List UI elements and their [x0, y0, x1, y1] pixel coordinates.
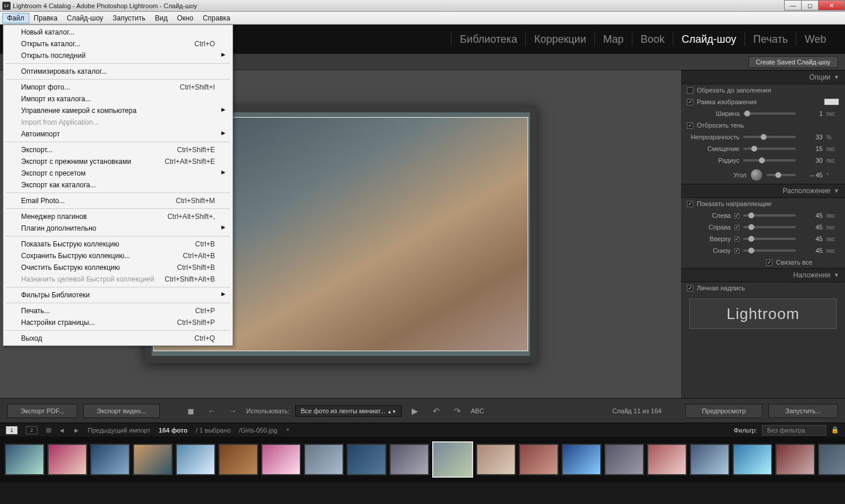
window-minimize-button[interactable]: —	[784, 0, 802, 11]
module-web[interactable]: Web	[796, 33, 834, 46]
menu-item[interactable]: Очистить Быструю коллекциюCtrl+Shift+B	[5, 262, 231, 273]
filmstrip-thumb[interactable]	[5, 444, 45, 475]
menu-item[interactable]: Email Photo...Ctrl+Shift+M	[5, 195, 231, 207]
link-all-checkbox[interactable]	[766, 259, 772, 266]
menu-правка[interactable]: Правка	[29, 13, 63, 23]
module-map[interactable]: Map	[594, 33, 632, 46]
filter-lock-icon[interactable]: 🔒	[831, 426, 839, 434]
angle-dial[interactable]	[750, 169, 763, 181]
filmstrip-thumb[interactable]	[775, 444, 815, 475]
nav-back-icon[interactable]: ◄	[59, 427, 65, 434]
link-left-checkbox[interactable]	[734, 213, 740, 218]
menu-item[interactable]: Печать...Ctrl+P	[5, 305, 231, 317]
menu-вид[interactable]: Вид	[150, 13, 173, 23]
filmstrip[interactable]	[0, 437, 845, 482]
frame-color-swatch[interactable]	[824, 98, 839, 105]
menu-item[interactable]: Фильтры Библиотеки▶	[5, 289, 231, 301]
crop-checkbox[interactable]	[687, 87, 693, 94]
menu-item[interactable]: Импорт фото...Ctrl+Shift+I	[5, 81, 231, 93]
preview-button[interactable]: Предпросмотр	[685, 404, 763, 418]
guides-checkbox[interactable]	[687, 201, 693, 207]
left-slider[interactable]	[743, 214, 796, 217]
menu-item[interactable]: Настройки страницы...Ctrl+Shift+P	[5, 317, 231, 328]
filmstrip-thumb[interactable]	[176, 444, 215, 475]
menu-item[interactable]: Оптимизировать каталог...	[5, 66, 231, 77]
filmstrip-thumb[interactable]	[818, 444, 845, 475]
rotate-cw-icon[interactable]: ↷	[450, 403, 465, 419]
filmstrip-thumb[interactable]	[218, 444, 258, 475]
use-select[interactable]: Все фото из ленты миниат... ▲▼	[295, 405, 402, 417]
menu-item[interactable]: Экспорт как каталога...	[5, 179, 231, 191]
module-печать[interactable]: Печать	[744, 33, 796, 46]
filmstrip-thumb[interactable]	[90, 444, 130, 475]
filmstrip-thumb[interactable]	[133, 444, 173, 475]
nav-source[interactable]: Предыдущий импорт	[88, 427, 150, 434]
menu-item[interactable]: Экспорт с пресетом▶	[5, 167, 231, 179]
link-top-checkbox[interactable]	[734, 236, 740, 242]
filmstrip-thumb[interactable]	[389, 444, 429, 475]
filmstrip-thumb[interactable]	[604, 444, 644, 475]
opacity-slider[interactable]	[743, 136, 796, 138]
abc-label[interactable]: ABC	[471, 407, 484, 414]
play-icon[interactable]: ▶	[408, 403, 423, 419]
menu-item[interactable]: Новый каталог...	[5, 26, 231, 38]
bottom-slider[interactable]	[743, 249, 796, 252]
module-слайд-шоу[interactable]: Слайд-шоу	[673, 33, 744, 46]
play-button[interactable]: Запустить...	[768, 404, 838, 418]
menu-item[interactable]: Плагин дополнительно▶	[5, 222, 231, 234]
stop-icon[interactable]: ◼	[183, 403, 199, 419]
panel-header-options[interactable]: Опции▼	[681, 70, 845, 84]
menu-item[interactable]: Автоимпорт▶	[5, 128, 231, 140]
filmstrip-thumb[interactable]	[519, 444, 559, 475]
identity-checkbox[interactable]	[687, 285, 693, 292]
prev-icon[interactable]: ←	[204, 403, 220, 419]
filmstrip-thumb[interactable]	[733, 444, 772, 475]
create-saved-button[interactable]: Create Saved Слайд-шоу	[748, 56, 838, 68]
export-pdf-button[interactable]: Экспорт PDF...	[7, 404, 77, 418]
menu-item[interactable]: Открыть последний▶	[5, 50, 231, 61]
nav-fwd-icon[interactable]: ►	[73, 427, 80, 434]
offset-slider[interactable]	[743, 148, 796, 150]
frame-checkbox[interactable]	[687, 99, 693, 105]
next-icon[interactable]: →	[225, 403, 241, 419]
filmstrip-thumb[interactable]	[261, 444, 301, 475]
window-maximize-button[interactable]: ◻	[801, 0, 819, 11]
rotate-ccw-icon[interactable]: ↶	[429, 403, 444, 419]
second-display-icon[interactable]: 2	[26, 426, 37, 434]
main-display-icon[interactable]: 1	[6, 426, 18, 434]
window-close-button[interactable]: ✕	[818, 0, 845, 11]
filmstrip-thumb[interactable]	[47, 444, 87, 475]
filmstrip-thumb[interactable]	[347, 444, 386, 475]
filmstrip-thumb[interactable]	[647, 444, 687, 475]
menu-окно[interactable]: Окно	[172, 13, 198, 23]
filmstrip-thumb[interactable]	[432, 441, 473, 478]
filmstrip-thumb[interactable]	[562, 444, 601, 475]
menu-справка[interactable]: Справка	[198, 13, 235, 23]
grid-icon[interactable]: ▦	[46, 426, 50, 434]
angle-slider[interactable]	[767, 174, 796, 176]
menu-item[interactable]: Открыть каталог...Ctrl+O	[5, 38, 231, 50]
filmstrip-thumb[interactable]	[476, 444, 516, 475]
link-bottom-checkbox[interactable]	[734, 248, 740, 253]
current-file[interactable]: /Girls-050.jpg	[239, 427, 277, 434]
panel-header-overlays[interactable]: Наложения▼	[681, 268, 845, 282]
menu-item[interactable]: Сохранить Быструю коллекцию...Ctrl+Alt+B	[5, 250, 231, 262]
width-slider[interactable]	[743, 112, 796, 115]
menu-item[interactable]: Импорт из каталога...	[5, 93, 231, 105]
link-right-checkbox[interactable]	[734, 225, 740, 230]
filter-select[interactable]: Без фильтра	[762, 425, 826, 436]
menu-слайд-шоу[interactable]: Слайд-шоу	[62, 13, 108, 23]
right-slider[interactable]	[743, 226, 796, 228]
filmstrip-thumb[interactable]	[304, 444, 344, 475]
radius-slider[interactable]	[743, 159, 796, 162]
export-video-button[interactable]: Экспорт видео...	[83, 404, 159, 418]
top-slider[interactable]	[743, 238, 796, 240]
menu-item[interactable]: Показать Быструю коллекциюCtrl+B	[5, 238, 231, 250]
menu-item[interactable]: Экспорт с прежними установкамиCtrl+Alt+S…	[5, 156, 231, 167]
module-book[interactable]: Book	[632, 33, 673, 46]
panel-header-layout[interactable]: Расположение▼	[681, 184, 845, 198]
menu-item[interactable]: ВыходCtrl+Q	[5, 332, 231, 344]
menu-item[interactable]: Менеджер плагиновCtrl+Alt+Shift+,	[5, 211, 231, 222]
menu-файл[interactable]: Файл	[2, 13, 29, 23]
filmstrip-thumb[interactable]	[690, 444, 730, 475]
